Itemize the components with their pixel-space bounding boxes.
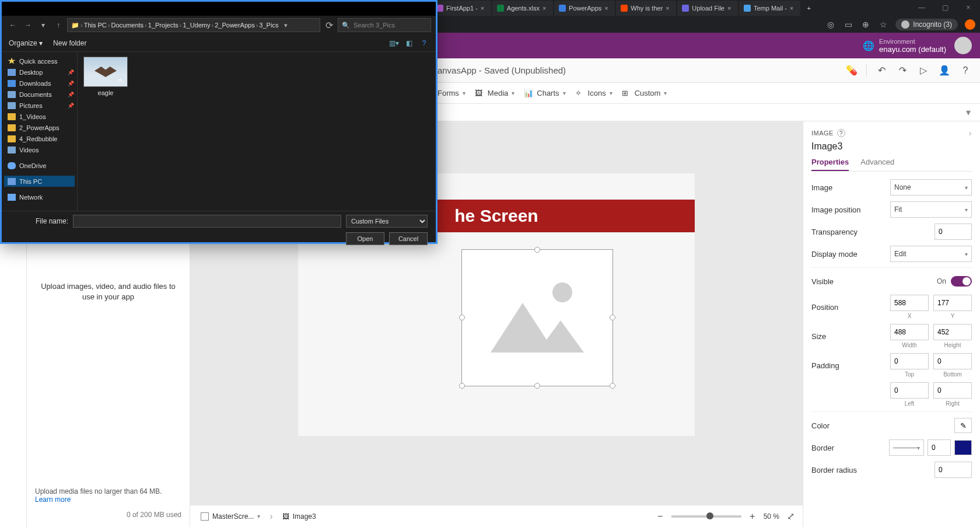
prop-padbottom-input[interactable]	[933, 353, 972, 369]
help-icon[interactable]: ?	[419, 39, 429, 48]
prop-padright-input[interactable]	[933, 382, 972, 399]
chevron-right-icon[interactable]: ›	[969, 128, 972, 138]
browser-tab[interactable]: Why is ther×	[616, 1, 676, 16]
browser-tab[interactable]: Temp Mail -×	[739, 1, 800, 16]
prop-border-color[interactable]	[954, 440, 972, 455]
files-area[interactable]: ↖ eagle	[78, 52, 436, 211]
prop-height-input[interactable]	[933, 324, 972, 340]
tree-onedrive[interactable]: OneDrive	[4, 160, 75, 171]
prop-color-button[interactable]: ✎	[954, 418, 972, 433]
tree-desktop[interactable]: Desktop📌	[4, 67, 75, 78]
tab-properties[interactable]: Properties	[811, 158, 849, 171]
ribbon-forms[interactable]: Forms▾	[438, 89, 466, 97]
recent-dropdown[interactable]: ▾	[37, 19, 50, 32]
preview-pane-icon[interactable]: ◧	[404, 39, 414, 48]
dialog-titlebar[interactable]	[2, 2, 436, 16]
incognito-badge[interactable]: Incognito (3)	[895, 19, 958, 30]
tree-folder[interactable]: 1_Videos	[4, 111, 75, 122]
forward-button[interactable]: →	[22, 19, 34, 32]
profile-icon[interactable]	[965, 19, 975, 30]
maximize-button[interactable]: ▢	[933, 0, 957, 15]
zoom-in-button[interactable]: +	[747, 511, 758, 522]
tree-quick-access[interactable]: Quick access	[4, 55, 75, 67]
avatar[interactable]	[954, 37, 972, 54]
tree-folder[interactable]: Videos	[4, 144, 75, 155]
prop-transp-input[interactable]	[935, 224, 972, 240]
close-icon[interactable]: ×	[481, 5, 487, 12]
prop-border-width[interactable]	[928, 439, 951, 456]
browser-tab[interactable]: FirstApp1 -×	[432, 1, 491, 16]
health-check-icon[interactable]: 💊	[843, 62, 860, 79]
image-control-selected[interactable]	[461, 249, 613, 386]
tree-pictures[interactable]: Pictures📌	[4, 100, 75, 111]
close-icon[interactable]: ×	[666, 5, 671, 12]
cast-icon[interactable]: ▭	[843, 19, 853, 30]
environment-selector[interactable]: 🌐 Environment enayu.com (default)	[863, 38, 946, 54]
zoom-slider[interactable]	[671, 515, 741, 518]
close-icon[interactable]: ×	[790, 5, 796, 12]
tree-network[interactable]: Network	[4, 191, 75, 203]
share-icon[interactable]: 👤	[936, 62, 953, 79]
back-button[interactable]: ←	[6, 19, 19, 32]
prop-bradius-input[interactable]	[935, 462, 972, 478]
browser-tab[interactable]: PowerApps×	[554, 1, 615, 16]
prop-image-select[interactable]: None▾	[890, 179, 972, 196]
prop-padleft-input[interactable]	[890, 382, 929, 399]
prop-visible-toggle[interactable]	[951, 276, 972, 287]
tree-this-pc[interactable]: This PC	[4, 176, 75, 187]
learn-more-link[interactable]: Learn more	[35, 495, 71, 504]
undo-icon[interactable]: ↶	[873, 62, 890, 79]
chevron-down-icon[interactable]: ▾	[963, 107, 974, 118]
tree-folder[interactable]: 2_PowerApps	[4, 122, 75, 133]
zoom-out-button[interactable]: −	[655, 511, 666, 522]
filename-input[interactable]	[73, 215, 341, 228]
ribbon-custom[interactable]: ⊞Custom▾	[622, 89, 667, 98]
prop-border-style[interactable]: ▾	[889, 439, 924, 456]
prop-y-input[interactable]	[933, 295, 972, 311]
view-dropdown-icon[interactable]: ▥▾	[389, 39, 398, 48]
refresh-button[interactable]: ⟳	[323, 20, 335, 31]
prop-x-input[interactable]	[890, 295, 929, 311]
breadcrumb-control[interactable]: 🖼Image3	[279, 511, 320, 522]
prop-imgpos-select[interactable]: Fit▾	[890, 201, 972, 218]
tab-advanced[interactable]: Advanced	[860, 158, 894, 171]
prop-dispmode-select[interactable]: Edit▾	[890, 246, 972, 262]
play-icon[interactable]: ▷	[915, 62, 932, 79]
path-dropdown[interactable]: ▾	[279, 22, 292, 29]
file-tile[interactable]: ↖ eagle	[82, 57, 129, 96]
ribbon-charts[interactable]: 📊Charts▾	[524, 89, 565, 98]
path-breadcrumb[interactable]: 📁 ›This PC ›Documents ›1_Projects ›1_Ude…	[67, 18, 320, 32]
info-icon[interactable]: ?	[837, 129, 845, 137]
extensions-icon[interactable]: ◎	[825, 19, 836, 30]
up-button[interactable]: ↑	[52, 19, 65, 32]
pin-icon: 📌	[68, 92, 75, 97]
tree-downloads[interactable]: Downloads📌	[4, 78, 75, 89]
search-input[interactable]: 🔍Search 3_Pics	[338, 18, 431, 32]
ribbon-media[interactable]: 🖼Media▾	[475, 89, 514, 98]
tree-documents[interactable]: Documents📌	[4, 89, 75, 100]
help-icon[interactable]: ?	[957, 62, 974, 79]
close-button[interactable]: ×	[957, 0, 980, 15]
close-icon[interactable]: ×	[604, 5, 610, 12]
prop-width-input[interactable]	[890, 324, 929, 340]
new-tab-button[interactable]: +	[802, 1, 817, 16]
browser-tab[interactable]: Agents.xlsx×	[492, 1, 553, 16]
breadcrumb-screen[interactable]: MasterScre...▾	[197, 511, 264, 522]
close-icon[interactable]: ×	[727, 5, 733, 12]
star-icon[interactable]: ☆	[878, 19, 888, 30]
prop-padtop-input[interactable]	[890, 353, 929, 369]
minimize-button[interactable]: —	[910, 0, 933, 15]
open-button[interactable]: Open	[346, 232, 384, 245]
tree-folder[interactable]: 4_Redbubble	[4, 133, 75, 144]
new-folder-button[interactable]: New folder	[53, 39, 86, 47]
control-name[interactable]: Image3	[811, 141, 972, 152]
cancel-button[interactable]: Cancel	[389, 232, 428, 245]
fit-screen-icon[interactable]: ⤢	[785, 511, 796, 522]
redo-icon[interactable]: ↷	[894, 62, 911, 79]
organize-menu[interactable]: Organize ▾	[9, 39, 43, 47]
ribbon-icons[interactable]: ✧Icons▾	[575, 89, 612, 98]
file-filter-select[interactable]: Custom Files	[346, 215, 428, 228]
zoom-icon[interactable]: ⊕	[860, 19, 871, 30]
close-icon[interactable]: ×	[542, 5, 548, 12]
browser-tab[interactable]: Upload File×	[677, 1, 738, 16]
